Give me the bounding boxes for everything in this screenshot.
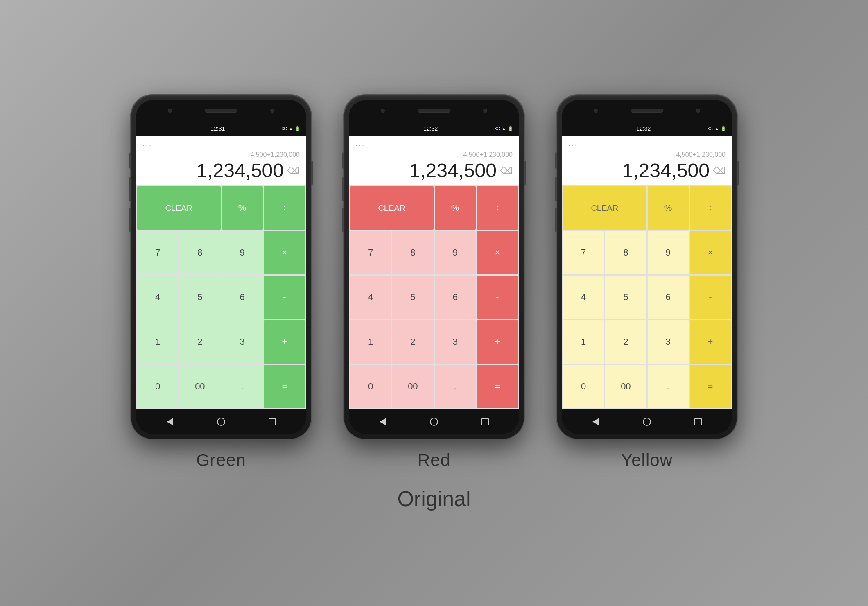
key-8-yellow[interactable]: 8 — [605, 231, 646, 274]
speaker-red — [418, 109, 450, 113]
status-icons-green: 3G ▲ 🔋 — [282, 126, 301, 131]
keypad-green: CLEAR % ÷ 7 8 9 × 4 5 6 - 1 2 3 — [136, 185, 306, 409]
3g-icon-red: 3G — [495, 127, 500, 131]
nav-back-red[interactable] — [375, 414, 391, 430]
key-3-red[interactable]: 3 — [435, 320, 476, 364]
key-divide-yellow[interactable]: ÷ — [690, 186, 731, 230]
key-minus-red[interactable]: - — [477, 276, 518, 319]
key-5-red[interactable]: 5 — [392, 276, 433, 319]
nav-bar-green — [136, 409, 306, 434]
sensor-dot-green — [270, 109, 274, 113]
camera-bar-yellow — [562, 100, 732, 121]
key-plus-yellow[interactable]: + — [690, 320, 731, 364]
key-plus-red[interactable]: + — [477, 320, 518, 364]
key-1-yellow[interactable]: 1 — [563, 320, 604, 364]
status-bar-green: 12:31 3G ▲ 🔋 — [136, 121, 306, 136]
key-7-red[interactable]: 7 — [350, 231, 391, 274]
key-2-yellow[interactable]: 2 — [605, 320, 646, 364]
key-4-yellow[interactable]: 4 — [563, 276, 604, 319]
key-percent-red[interactable]: % — [435, 186, 476, 230]
key-00-yellow[interactable]: 00 — [605, 365, 646, 408]
key-dot-yellow[interactable]: . — [648, 365, 689, 408]
key-minus-yellow[interactable]: - — [690, 276, 731, 319]
signal-icon-yellow: ▲ — [714, 126, 719, 131]
key-4-red[interactable]: 4 — [350, 276, 391, 319]
key-6-yellow[interactable]: 6 — [648, 276, 689, 319]
key-multiply-yellow[interactable]: × — [690, 231, 731, 274]
key-6-green[interactable]: 6 — [222, 276, 263, 319]
sensor-dot-yellow — [696, 109, 700, 113]
key-clear-red[interactable]: CLEAR — [350, 186, 434, 230]
key-7-yellow[interactable]: 7 — [563, 231, 604, 274]
calc-result-red: 1,234,500 — [409, 159, 497, 182]
signal-icon-red: ▲ — [502, 126, 506, 131]
key-clear-green[interactable]: CLEAR — [137, 186, 221, 230]
key-2-green[interactable]: 2 — [179, 320, 220, 364]
camera-dot-green — [168, 109, 172, 113]
key-00-green[interactable]: 00 — [179, 365, 220, 408]
nav-bar-yellow — [562, 409, 732, 434]
calc-display-green: ··· 4,500+1,230,000 1,234,500 ⌫ — [136, 136, 306, 185]
camera-dot-red — [381, 109, 385, 113]
phone-green: 12:31 3G ▲ 🔋 ··· 4,500+1,230,000 1,234,5… — [131, 95, 311, 439]
key-7-green[interactable]: 7 — [137, 231, 178, 274]
nav-bar-red — [349, 409, 519, 434]
key-dot-green[interactable]: . — [222, 365, 263, 408]
key-9-green[interactable]: 9 — [222, 231, 263, 274]
key-4-green[interactable]: 4 — [137, 276, 178, 319]
nav-back-yellow[interactable] — [588, 414, 604, 430]
key-9-red[interactable]: 9 — [435, 231, 476, 274]
key-3-green[interactable]: 3 — [222, 320, 263, 364]
calc-menu-green: ··· — [142, 141, 300, 149]
key-plus-green[interactable]: + — [264, 320, 305, 364]
nav-recent-red[interactable] — [477, 414, 493, 430]
key-clear-yellow[interactable]: CLEAR — [563, 186, 646, 230]
nav-recent-green[interactable] — [264, 414, 280, 430]
key-dot-red[interactable]: . — [435, 365, 476, 408]
key-00-red[interactable]: 00 — [392, 365, 433, 408]
key-0-red[interactable]: 0 — [350, 365, 391, 408]
key-6-red[interactable]: 6 — [435, 276, 476, 319]
nav-home-red[interactable] — [426, 414, 442, 430]
nav-back-green[interactable] — [162, 414, 178, 430]
camera-bar-red — [349, 100, 519, 121]
key-8-green[interactable]: 8 — [179, 231, 220, 274]
nav-recent-yellow[interactable] — [690, 414, 706, 430]
backspace-yellow[interactable]: ⌫ — [713, 165, 726, 176]
calc-expression-green: 4,500+1,230,000 — [142, 151, 300, 158]
key-multiply-green[interactable]: × — [264, 231, 305, 274]
key-divide-green[interactable]: ÷ — [264, 186, 305, 230]
key-0-yellow[interactable]: 0 — [563, 365, 604, 408]
phone-wrapper-yellow: 12:32 3G ▲ 🔋 ··· 4,500+1,230,000 1,234,5… — [557, 95, 737, 470]
nav-home-yellow[interactable] — [639, 414, 655, 430]
key-1-red[interactable]: 1 — [350, 320, 391, 364]
key-3-yellow[interactable]: 3 — [648, 320, 689, 364]
key-8-red[interactable]: 8 — [392, 231, 433, 274]
status-bar-yellow: 12:32 3G ▲ 🔋 — [562, 121, 732, 136]
keypad-yellow: CLEAR % ÷ 7 8 9 × 4 5 6 - 1 2 3 — [562, 185, 732, 409]
key-minus-green[interactable]: - — [264, 276, 305, 319]
key-0-green[interactable]: 0 — [137, 365, 178, 408]
status-icons-red: 3G ▲ 🔋 — [495, 126, 513, 131]
backspace-green[interactable]: ⌫ — [287, 165, 300, 176]
key-5-yellow[interactable]: 5 — [605, 276, 646, 319]
key-equals-red[interactable]: = — [477, 365, 518, 408]
key-divide-red[interactable]: ÷ — [477, 186, 518, 230]
key-5-green[interactable]: 5 — [179, 276, 220, 319]
phones-row: 12:31 3G ▲ 🔋 ··· 4,500+1,230,000 1,234,5… — [131, 95, 737, 470]
key-1-green[interactable]: 1 — [137, 320, 178, 364]
phone-red: 12:32 3G ▲ 🔋 ··· 4,500+1,230,000 1,234,5… — [344, 95, 524, 439]
speaker-yellow — [631, 109, 663, 113]
calc-result-row-yellow: 1,234,500 ⌫ — [568, 159, 726, 182]
key-percent-green[interactable]: % — [222, 186, 263, 230]
screen-green: ··· 4,500+1,230,000 1,234,500 ⌫ CLEAR % … — [136, 136, 306, 409]
phone-wrapper-red: 12:32 3G ▲ 🔋 ··· 4,500+1,230,000 1,234,5… — [344, 95, 524, 470]
key-equals-yellow[interactable]: = — [690, 365, 731, 408]
key-equals-green[interactable]: = — [264, 365, 305, 408]
key-multiply-red[interactable]: × — [477, 231, 518, 274]
nav-home-green[interactable] — [213, 414, 229, 430]
key-9-yellow[interactable]: 9 — [648, 231, 689, 274]
key-2-red[interactable]: 2 — [392, 320, 433, 364]
backspace-red[interactable]: ⌫ — [500, 165, 513, 176]
key-percent-yellow[interactable]: % — [648, 186, 689, 230]
